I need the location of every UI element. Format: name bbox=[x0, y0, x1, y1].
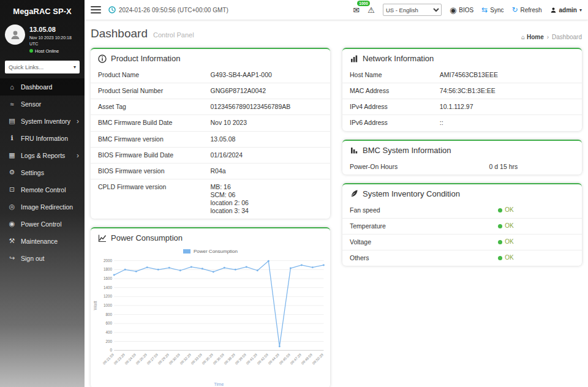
breadcrumb: ⌂ Home › Dashboard bbox=[521, 34, 582, 40]
svg-text:400: 400 bbox=[105, 330, 112, 334]
chart-legend[interactable]: Power Consumption bbox=[91, 247, 330, 254]
bios-button[interactable]: ◉ BIOS bbox=[450, 6, 473, 15]
info-row: Asset Tag 01234567890123456789AB bbox=[91, 99, 330, 115]
svg-text:09:24:59: 09:24:59 bbox=[124, 353, 137, 366]
svg-text:09:41:29: 09:41:29 bbox=[246, 353, 258, 366]
info-circle-icon bbox=[98, 54, 107, 63]
svg-text:09:32:29: 09:32:29 bbox=[179, 353, 192, 366]
sidebar-item-image-redirection[interactable]: ◎ Image Redirection bbox=[0, 198, 85, 216]
svg-text:09:36:59: 09:36:59 bbox=[213, 353, 225, 366]
topbar: 2024-01-26 09:50:56 (UTC+00:00 GMT) ✉ 10… bbox=[85, 0, 588, 20]
bios-icon: ◉ bbox=[450, 6, 456, 15]
logs-reports-icon: ▦ bbox=[8, 151, 16, 159]
sidebar-item-dashboard[interactable]: ⌂ Dashboard bbox=[0, 78, 85, 96]
quick-links-label: Quick Links... bbox=[9, 64, 43, 70]
info-row: Others OK bbox=[342, 250, 582, 266]
sidebar-item-system-inventory[interactable]: ▤ System Inventory › bbox=[0, 113, 85, 130]
bmc-system-information-card: BMC System Information Power-On Hours 0 … bbox=[342, 140, 582, 175]
legend-swatch bbox=[183, 249, 190, 254]
page-content: Dashboard Control Panel ⌂ Home › Dashboa… bbox=[85, 20, 588, 387]
warning-icon[interactable]: ⚠ bbox=[368, 6, 375, 15]
info-row: BIOS Firmware version R04a bbox=[91, 163, 330, 179]
device-info-block: 13.05.08 Nov 10 2023 10:20:18 UTC Host O… bbox=[0, 21, 85, 57]
svg-text:09:45:59: 09:45:59 bbox=[279, 353, 291, 366]
status-badge: OK bbox=[505, 222, 513, 230]
firmware-version: 13.05.08 bbox=[29, 24, 80, 35]
chevron-right-icon: › bbox=[77, 151, 79, 160]
user-icon bbox=[550, 7, 557, 13]
svg-text:09:50:29: 09:50:29 bbox=[312, 353, 324, 366]
language-select[interactable]: US - English bbox=[383, 4, 442, 16]
status-ok-dot bbox=[498, 208, 502, 212]
notifications-button[interactable]: ✉ 1000 bbox=[353, 4, 360, 15]
info-row: MAC Address 74:56:3C:B1:3E:EE bbox=[342, 83, 582, 99]
info-row: Product Serial Number GNG6P8712A0042 bbox=[91, 83, 330, 99]
sidebar-item-fru-information[interactable]: ℹ FRU Information bbox=[0, 130, 85, 147]
chevron-right-icon: › bbox=[77, 117, 79, 126]
envelope-icon: ✉ bbox=[353, 6, 360, 15]
svg-text:09:27:59: 09:27:59 bbox=[146, 353, 159, 366]
user-avatar-icon bbox=[9, 29, 21, 41]
svg-text:09:26:29: 09:26:29 bbox=[135, 353, 148, 366]
sync-button[interactable]: ⇆ Sync bbox=[481, 6, 503, 14]
info-row: Voltage OK bbox=[342, 235, 582, 250]
card-title: System Inventory Condition bbox=[363, 189, 460, 198]
sidebar-item-sensor[interactable]: ≈ Sensor bbox=[0, 96, 85, 113]
sidebar-item-power-control[interactable]: ◉ Power Control bbox=[0, 216, 85, 233]
info-row: CPLD Firmware version MB: 16 SCM: 06 loc… bbox=[91, 179, 330, 219]
settings-gear-icon: ⚙ bbox=[8, 168, 16, 176]
sidebar: MegaRAC SP-X 13.05.08 Nov 10 2023 10:20:… bbox=[0, 0, 85, 387]
info-row: IPv6 Address :: bbox=[342, 115, 582, 130]
sidebar-item-sign-out[interactable]: ↪ Sign out bbox=[0, 250, 85, 267]
svg-text:0: 0 bbox=[110, 348, 113, 353]
sync-icon: ⇆ bbox=[481, 6, 488, 14]
svg-text:09:23:29: 09:23:29 bbox=[113, 353, 126, 366]
line-chart-icon bbox=[98, 234, 107, 242]
sidebar-item-settings[interactable]: ⚙ Settings bbox=[0, 164, 85, 181]
main-area: 2024-01-26 09:50:56 (UTC+00:00 GMT) ✉ 10… bbox=[85, 0, 588, 387]
product-information-card: Product Information Product Name G493-SB… bbox=[91, 48, 330, 219]
status-badge: OK bbox=[505, 206, 513, 214]
card-title: Power Consumption bbox=[111, 233, 183, 242]
power-consumption-card: Power Consumption Power Consumption 0200… bbox=[91, 227, 330, 387]
image-redirection-icon: ◎ bbox=[8, 203, 16, 211]
svg-text:Watt: Watt bbox=[92, 301, 98, 310]
card-title: BMC System Information bbox=[363, 146, 451, 155]
svg-text:09:30:59: 09:30:59 bbox=[168, 353, 181, 366]
maintenance-wrench-icon: ⚒ bbox=[8, 237, 16, 245]
status-badge: OK bbox=[505, 238, 513, 246]
user-menu-button[interactable]: admin ▾ bbox=[550, 7, 582, 13]
breadcrumb-home-link[interactable]: ⌂ Home bbox=[521, 34, 544, 40]
brand-title: MegaRAC SP-X bbox=[0, 0, 85, 21]
svg-text:09:48:59: 09:48:59 bbox=[301, 353, 313, 366]
refresh-button[interactable]: ↻ Refresh bbox=[511, 6, 541, 14]
fru-information-icon: ℹ bbox=[8, 134, 16, 142]
sidebar-item-maintenance[interactable]: ⚒ Maintenance bbox=[0, 233, 85, 250]
status-ok-dot bbox=[498, 224, 502, 228]
hamburger-menu-icon[interactable] bbox=[91, 6, 101, 13]
system-inventory-icon: ▤ bbox=[8, 117, 16, 125]
info-row: Power-On Hours 0 d 15 hrs bbox=[342, 159, 582, 175]
sidebar-item-remote-control[interactable]: ⊡ Remote Control bbox=[0, 181, 85, 198]
sidebar-item-logs-reports[interactable]: ▦ Logs & Reports › bbox=[0, 147, 85, 164]
svg-text:1000: 1000 bbox=[104, 303, 113, 307]
svg-text:09:39:59: 09:39:59 bbox=[235, 353, 247, 366]
svg-text:09:29:29: 09:29:29 bbox=[157, 353, 170, 366]
svg-text:09:21:59: 09:21:59 bbox=[102, 353, 115, 366]
svg-text:200: 200 bbox=[105, 339, 112, 344]
info-row: Product Name G493-SB4-AAP1-000 bbox=[91, 67, 330, 83]
status-ok-dot bbox=[498, 256, 502, 260]
svg-text:1200: 1200 bbox=[104, 295, 113, 299]
info-row: Temperature OK bbox=[342, 219, 582, 235]
power-consumption-chart: 020040060080010001200140016001800200009:… bbox=[91, 254, 330, 387]
power-control-icon: ◉ bbox=[8, 220, 16, 228]
remote-control-icon: ⊡ bbox=[8, 186, 16, 194]
refresh-icon: ↻ bbox=[511, 6, 518, 14]
feather-icon bbox=[350, 189, 358, 198]
sidebar-nav: ⌂ Dashboard ≈ Sensor ▤ System Inventory … bbox=[0, 78, 85, 267]
info-row: BMC Firmware version 13.05.08 bbox=[91, 132, 330, 148]
info-row: BIOS Firmware Build Date 01/16/2024 bbox=[91, 148, 330, 163]
breadcrumb-separator: › bbox=[547, 34, 549, 40]
sensor-icon: ≈ bbox=[8, 100, 16, 108]
quick-links-select[interactable]: Quick Links... ▾ bbox=[5, 61, 80, 73]
